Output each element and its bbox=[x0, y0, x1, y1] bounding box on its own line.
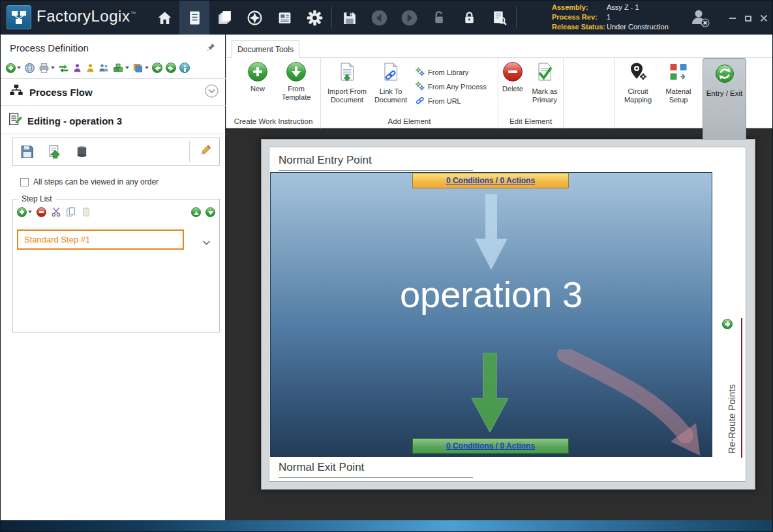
close-icon[interactable] bbox=[759, 14, 768, 23]
group-label: Edit Element bbox=[498, 117, 563, 125]
save-icon[interactable] bbox=[334, 1, 364, 35]
entry-exit-card: Normal Entry Point operation 3 0 Conditi… bbox=[269, 147, 746, 482]
material-setup-icon bbox=[669, 62, 688, 84]
download-arrow-icon bbox=[286, 62, 306, 81]
new-button[interactable]: New bbox=[242, 62, 273, 93]
undo-icon[interactable] bbox=[152, 63, 162, 73]
reroute-label: Re-Route Points bbox=[727, 349, 737, 454]
toolbar-separator bbox=[189, 141, 190, 162]
step-list-item[interactable]: Standard Step #1 bbox=[17, 229, 184, 250]
divider bbox=[1, 105, 226, 106]
process-flow-header[interactable]: Process Flow bbox=[1, 80, 226, 104]
copy-icon[interactable] bbox=[66, 207, 76, 217]
group-create-work-instruction: New From Template Create Work Instructio… bbox=[226, 58, 321, 128]
titlebar-separator bbox=[516, 7, 517, 29]
edit-pencil-icon[interactable] bbox=[198, 143, 212, 160]
move-up-icon[interactable] bbox=[191, 207, 201, 217]
process-rev-value: 1 bbox=[607, 12, 611, 22]
entry-exit-panel: Normal Entry Point operation 3 0 Conditi… bbox=[261, 139, 755, 490]
back-icon[interactable] bbox=[364, 1, 394, 35]
transfer-icon[interactable] bbox=[58, 63, 69, 74]
unlock-icon[interactable] bbox=[424, 1, 454, 35]
engineer-icon[interactable] bbox=[85, 63, 95, 73]
add-reroute-icon[interactable] bbox=[722, 319, 733, 332]
from-library-item[interactable]: From Library bbox=[416, 67, 487, 78]
divider bbox=[1, 78, 226, 79]
step-list-toolbar bbox=[17, 205, 215, 218]
home-icon[interactable] bbox=[149, 1, 179, 35]
from-url-item[interactable]: From URL bbox=[416, 96, 487, 106]
remove-step-icon[interactable] bbox=[37, 207, 46, 217]
reports-icon[interactable] bbox=[269, 1, 299, 35]
maximize-icon[interactable] bbox=[744, 14, 753, 23]
add-step-icon[interactable] bbox=[17, 207, 32, 217]
group-add-element: Import From Document Link To Document Fr… bbox=[321, 58, 498, 128]
gears-icon bbox=[416, 67, 425, 78]
mark-as-primary-button[interactable]: Mark as Primary bbox=[526, 62, 564, 104]
batch-icon[interactable] bbox=[209, 1, 239, 35]
link-document-icon bbox=[381, 62, 401, 84]
cut-icon[interactable] bbox=[51, 207, 61, 217]
step-list-title: Step List bbox=[18, 194, 55, 203]
export-icon[interactable] bbox=[40, 144, 68, 159]
group-edit-element: Delete Mark as Primary Edit Element bbox=[498, 58, 564, 128]
redo-icon[interactable] bbox=[166, 63, 176, 73]
print-icon[interactable] bbox=[38, 63, 55, 74]
panel-title: Process Definition bbox=[10, 42, 89, 53]
link-to-document-button[interactable]: Link To Document bbox=[369, 62, 412, 104]
circuit-mapping-button[interactable]: Circuit Mapping bbox=[619, 62, 657, 104]
from-template-button[interactable]: From Template bbox=[275, 62, 318, 101]
delete-button[interactable]: Delete bbox=[500, 62, 526, 93]
gears-icon bbox=[416, 81, 425, 92]
process-rev-label: Process Rev: bbox=[552, 12, 607, 22]
user-logout-icon[interactable] bbox=[690, 7, 710, 31]
titlebar-separator bbox=[331, 7, 332, 29]
materials-icon[interactable] bbox=[113, 63, 129, 74]
editing-toolbar bbox=[12, 138, 220, 166]
step-item-label: Standard Step #1 bbox=[24, 235, 90, 244]
save-icon[interactable] bbox=[13, 144, 40, 159]
minimize-icon[interactable] bbox=[728, 14, 737, 23]
chain-link-icon bbox=[416, 96, 425, 106]
collapse-chevron-icon[interactable] bbox=[205, 84, 219, 100]
audit-search-icon[interactable] bbox=[484, 1, 514, 35]
reroute-divider bbox=[741, 318, 742, 458]
pin-icon[interactable] bbox=[206, 42, 216, 55]
entry-exit-icon bbox=[715, 64, 735, 86]
info-icon[interactable] bbox=[179, 63, 190, 73]
status-strip bbox=[1, 520, 773, 532]
view-order-checkbox[interactable] bbox=[20, 178, 29, 186]
step-list-group: Step List Standard Step #1 bbox=[12, 199, 220, 332]
web-icon[interactable] bbox=[24, 63, 35, 74]
tab-entry-exit[interactable]: Entry / Exit bbox=[703, 58, 746, 140]
add-icon[interactable] bbox=[6, 63, 21, 73]
tab-document-tools[interactable]: Document Tools bbox=[232, 40, 299, 58]
move-down-icon[interactable] bbox=[205, 207, 215, 217]
process-flow-label: Process Flow bbox=[29, 87, 93, 98]
application-window: FactoryLogix™ bbox=[0, 0, 773, 532]
work-instruction-icon[interactable] bbox=[179, 1, 209, 35]
forward-icon[interactable] bbox=[394, 1, 424, 35]
panel-toolbar bbox=[6, 61, 190, 75]
step-expand-chevron-icon[interactable] bbox=[202, 237, 211, 248]
material-setup-button[interactable]: Material Setup bbox=[659, 62, 697, 104]
assembly-info: Assembly:Assy Z - 1 Process Rev:1 Releas… bbox=[552, 3, 669, 32]
paste-icon[interactable] bbox=[81, 207, 91, 217]
app-logo-icon bbox=[7, 5, 31, 29]
team-icon[interactable] bbox=[99, 63, 110, 73]
navigator-icon[interactable] bbox=[239, 1, 269, 35]
ribbon: Document Tools New From Template Create … bbox=[226, 35, 773, 128]
settings-gear-icon[interactable] bbox=[299, 1, 329, 35]
entry-exit-tab-label: Entry / Exit bbox=[703, 89, 746, 97]
layers-icon[interactable] bbox=[132, 63, 149, 74]
delete-icon[interactable] bbox=[68, 145, 95, 158]
exit-flow-arrow bbox=[469, 353, 511, 436]
exit-conditions-badge[interactable]: 0 Conditions / 0 Actions bbox=[412, 438, 569, 454]
from-any-process-item[interactable]: From Any Process bbox=[416, 81, 487, 92]
process-flow-icon bbox=[9, 83, 23, 100]
lock-icon[interactable] bbox=[454, 1, 484, 35]
operator-icon[interactable] bbox=[72, 63, 82, 73]
reroute-flow-arrow bbox=[555, 349, 725, 477]
entry-conditions-badge[interactable]: 0 Conditions / 0 Actions bbox=[412, 173, 569, 188]
import-from-document-button[interactable]: Import From Document bbox=[324, 62, 371, 104]
